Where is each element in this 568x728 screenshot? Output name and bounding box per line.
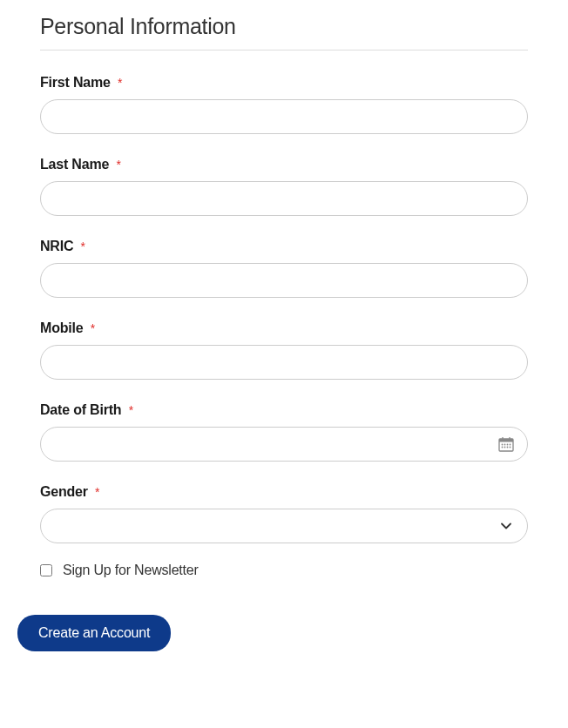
dob-group: Date of Birth *	[40, 402, 528, 462]
mobile-label-text: Mobile	[40, 320, 83, 335]
last-name-label-text: Last Name	[40, 157, 109, 172]
nric-label: NRIC *	[40, 239, 528, 254]
required-indicator: *	[129, 403, 133, 417]
gender-select[interactable]	[40, 509, 528, 543]
section-title: Personal Information	[40, 14, 528, 51]
nric-input[interactable]	[40, 263, 528, 298]
last-name-label: Last Name *	[40, 157, 528, 172]
first-name-group: First Name *	[40, 75, 528, 134]
first-name-label-text: First Name	[40, 75, 111, 90]
mobile-group: Mobile *	[40, 320, 528, 380]
nric-label-text: NRIC	[40, 239, 73, 253]
gender-group: Gender *	[40, 484, 528, 543]
required-indicator: *	[116, 158, 120, 172]
first-name-label: First Name *	[40, 75, 528, 91]
first-name-input[interactable]	[40, 99, 528, 134]
nric-group: NRIC *	[40, 239, 528, 298]
required-indicator: *	[118, 76, 122, 90]
gender-label-text: Gender	[40, 484, 88, 499]
newsletter-label: Sign Up for Newsletter	[63, 563, 199, 578]
newsletter-group: Sign Up for Newsletter	[40, 563, 528, 578]
create-account-button[interactable]: Create an Account	[17, 615, 171, 651]
dob-input[interactable]	[40, 427, 528, 462]
dob-label: Date of Birth *	[40, 402, 528, 418]
dob-label-text: Date of Birth	[40, 402, 121, 417]
newsletter-checkbox[interactable]	[40, 564, 52, 576]
last-name-input[interactable]	[40, 181, 528, 216]
mobile-label: Mobile *	[40, 320, 528, 336]
required-indicator: *	[95, 485, 99, 499]
required-indicator: *	[81, 239, 85, 253]
gender-label: Gender *	[40, 484, 528, 500]
required-indicator: *	[91, 321, 95, 335]
last-name-group: Last Name *	[40, 157, 528, 216]
mobile-input[interactable]	[40, 345, 528, 380]
